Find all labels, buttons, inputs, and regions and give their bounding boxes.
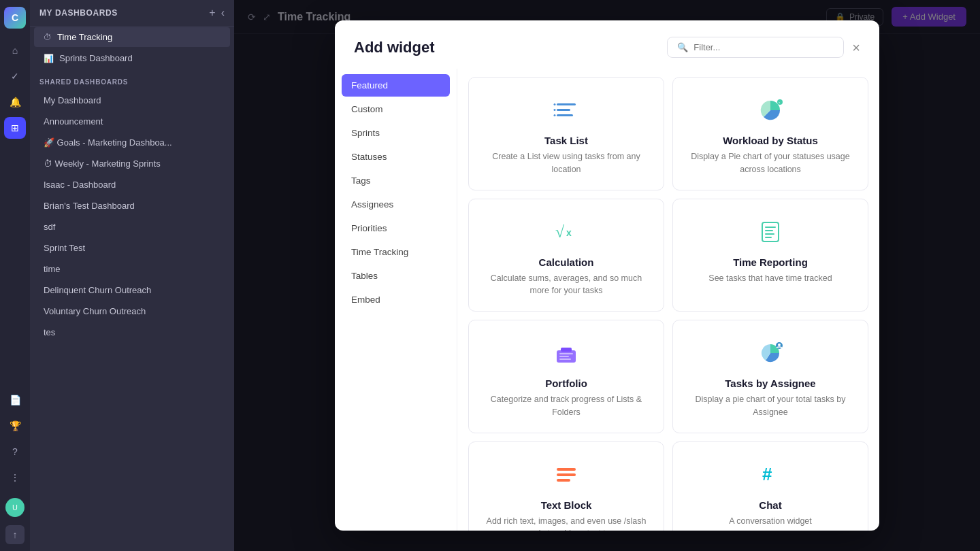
svg-rect-18 — [559, 356, 569, 357]
svg-rect-10 — [762, 222, 779, 241]
time-reporting-icon — [757, 216, 784, 248]
svg-rect-0 — [557, 103, 576, 105]
upgrade-icon[interactable]: ↑ — [5, 525, 24, 544]
time-tracking-sidebar-icon: ⏱ — [44, 33, 52, 42]
widget-card-calculation[interactable]: √ x Calculation Calculate sums, averages… — [468, 199, 664, 312]
collapse-sidebar-icon[interactable]: ‹ — [221, 7, 225, 19]
nav-item-sprints[interactable]: Sprints — [342, 122, 450, 144]
nav-item-custom[interactable]: Custom — [342, 98, 450, 120]
sidebar-item-my-dashboard[interactable]: My Dashboard — [34, 90, 230, 110]
svg-point-21 — [778, 344, 781, 346]
nav-item-tables[interactable]: Tables — [342, 265, 450, 287]
svg-text:√: √ — [555, 223, 565, 241]
nav-item-priorities[interactable]: Priorities — [342, 217, 450, 239]
svg-rect-11 — [765, 227, 776, 228]
user-avatar[interactable]: U — [5, 498, 24, 517]
time-label: time — [44, 264, 61, 274]
sprint-test-label: Sprint Test — [44, 243, 85, 253]
voluntary-label: Voluntary Churn Outreach — [44, 306, 146, 316]
portfolio-name: Portfolio — [545, 378, 587, 389]
workload-desc: Display a Pie chart of your statuses usa… — [687, 150, 854, 176]
sidebar-item-sdf[interactable]: sdf — [34, 217, 230, 237]
sidebar: MY DASHBOARDS + ‹ ⏱ Time Tracking 📊 Spri… — [30, 0, 234, 551]
widget-card-tasks-assignee[interactable]: Tasks by Assignee Display a pie chart of… — [672, 320, 868, 433]
nav-item-embed[interactable]: Embed — [342, 288, 450, 311]
tasks-assignee-desc: Display a pie chart of your total tasks … — [687, 393, 854, 419]
calculation-name: Calculation — [539, 256, 594, 268]
workload-icon: › — [757, 94, 784, 127]
main-area: ⟳ ⤢ Time Tracking 🔒 Private + Add Widget… — [234, 0, 980, 551]
widget-card-task-list[interactable]: Task List Create a List view using tasks… — [468, 77, 664, 190]
calculation-desc: Calculate sums, averages, and so much mo… — [483, 272, 650, 298]
chat-desc: A conversation widget — [729, 515, 812, 528]
widget-card-portfolio[interactable]: Portfolio Categorize and track progress … — [468, 320, 664, 433]
nav-item-tags[interactable]: Tags — [342, 169, 450, 192]
sidebar-item-time[interactable]: time — [34, 259, 230, 279]
tes-label: tes — [44, 327, 55, 337]
svg-text:›: › — [779, 100, 780, 104]
brians-label: Brian's Test Dashboard — [44, 201, 135, 211]
modal-body: Featured Custom Sprints Statuses Tags As… — [335, 69, 879, 531]
modal-overlay[interactable]: Add widget 🔍 × Featured Custom — [234, 0, 980, 551]
sidebar-item-voluntary[interactable]: Voluntary Churn Outreach — [34, 301, 230, 321]
svg-rect-13 — [765, 233, 774, 235]
sidebar-item-brians[interactable]: Brian's Test Dashboard — [34, 196, 230, 216]
add-widget-modal: Add widget 🔍 × Featured Custom — [335, 20, 879, 531]
isaac-label: Isaac - Dashboard — [44, 180, 116, 190]
sidebar-item-goals-marketing[interactable]: 🚀 Goals - Marketing Dashboa... — [34, 133, 230, 152]
chat-icon: # — [757, 458, 784, 491]
sidebar-item-sprints-label: Sprints Dashboard — [59, 53, 133, 63]
calculation-icon: √ x — [553, 216, 580, 248]
modal-title: Add widget — [354, 39, 435, 56]
weekly-marketing-label: ⏱ Weekly - Marketing Sprints — [44, 158, 161, 169]
tasks-nav-icon[interactable]: ✓ — [4, 65, 26, 87]
more-nav-icon[interactable]: ⋮ — [4, 467, 26, 488]
sidebar-item-delinquent[interactable]: Delinquent Churn Outreach — [34, 280, 230, 300]
widget-card-time-reporting[interactable]: Time Reporting See tasks that have time … — [672, 199, 868, 312]
sidebar-item-time-tracking[interactable]: ⏱ Time Tracking — [34, 27, 230, 47]
sidebar-item-announcement[interactable]: Announcement — [34, 112, 230, 131]
sidebar-item-sprint-test[interactable]: Sprint Test — [34, 238, 230, 258]
nav-item-featured[interactable]: Featured — [342, 74, 450, 97]
app-layout: C ⌂ ✓ 🔔 ⊞ 📄 🏆 ? ⋮ U ↑ MY DASHBOARDS + ‹ … — [0, 0, 980, 551]
time-reporting-name: Time Reporting — [733, 256, 808, 268]
text-block-icon — [553, 458, 580, 491]
notifications-nav-icon[interactable]: 🔔 — [4, 91, 26, 113]
svg-rect-12 — [765, 230, 773, 231]
modal-header: Add widget 🔍 × — [335, 20, 879, 69]
sidebar-item-time-tracking-label: Time Tracking — [57, 32, 112, 42]
nav-item-time-tracking[interactable]: Time Tracking — [342, 241, 450, 263]
svg-rect-19 — [559, 358, 571, 360]
svg-rect-23 — [557, 473, 576, 476]
sdf-label: sdf — [44, 222, 55, 232]
sidebar-item-weekly-marketing[interactable]: ⏱ Weekly - Marketing Sprints — [34, 154, 230, 173]
filter-search-box[interactable]: 🔍 — [667, 37, 844, 58]
svg-point-3 — [554, 103, 556, 105]
svg-rect-14 — [765, 237, 772, 238]
docs-nav-icon[interactable]: 📄 — [4, 389, 26, 411]
task-list-name: Task List — [544, 135, 588, 146]
widget-card-chat[interactable]: # Chat A conversation widget — [672, 441, 868, 531]
add-dashboard-icon[interactable]: + — [209, 7, 215, 19]
tasks-assignee-icon — [757, 337, 784, 369]
portfolio-desc: Categorize and track progress of Lists &… — [483, 393, 650, 419]
app-logo[interactable]: C — [4, 7, 26, 29]
filter-input[interactable] — [693, 42, 834, 52]
svg-text:x: x — [566, 227, 572, 238]
nav-item-assignees[interactable]: Assignees — [342, 193, 450, 216]
sidebar-item-sprints-dashboard[interactable]: 📊 Sprints Dashboard — [34, 48, 230, 68]
goals-nav-icon[interactable]: 🏆 — [4, 415, 26, 437]
sidebar-item-tes[interactable]: tes — [34, 322, 230, 342]
my-dashboard-label: My Dashboard — [44, 95, 101, 105]
svg-text:#: # — [762, 464, 772, 484]
close-modal-button[interactable]: × — [852, 41, 860, 54]
help-nav-icon[interactable]: ? — [4, 441, 26, 463]
search-icon: 🔍 — [677, 42, 688, 52]
home-nav-icon[interactable]: ⌂ — [4, 39, 26, 61]
widget-card-text-block[interactable]: Text Block Add rich text, images, and ev… — [468, 441, 664, 531]
left-icons-bar: C ⌂ ✓ 🔔 ⊞ 📄 🏆 ? ⋮ U ↑ — [0, 0, 30, 551]
dashboards-nav-icon[interactable]: ⊞ — [4, 117, 26, 139]
sidebar-item-isaac[interactable]: Isaac - Dashboard — [34, 175, 230, 195]
widget-card-workload[interactable]: › Workload by Status Display a Pie chart… — [672, 77, 868, 190]
nav-item-statuses[interactable]: Statuses — [342, 146, 450, 168]
